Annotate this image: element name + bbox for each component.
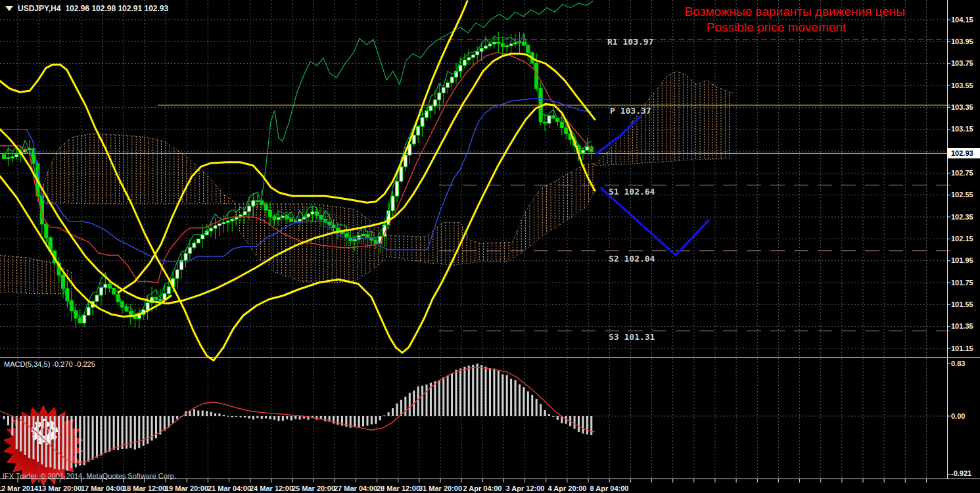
green-zigzag-line <box>4 34 592 318</box>
macd-pane <box>0 364 595 471</box>
kijun-line <box>0 99 592 262</box>
chart-canvas[interactable] <box>0 0 980 493</box>
candles <box>3 32 594 329</box>
forecast-arrows <box>597 116 709 256</box>
pivot-lines <box>158 39 950 331</box>
ichimoku-cloud <box>0 71 733 293</box>
bollinger-bands <box>0 1 595 361</box>
trading-terminal-chart: InstaForex USDJPY,H4 102.96 102.98 102.9… <box>0 0 980 493</box>
